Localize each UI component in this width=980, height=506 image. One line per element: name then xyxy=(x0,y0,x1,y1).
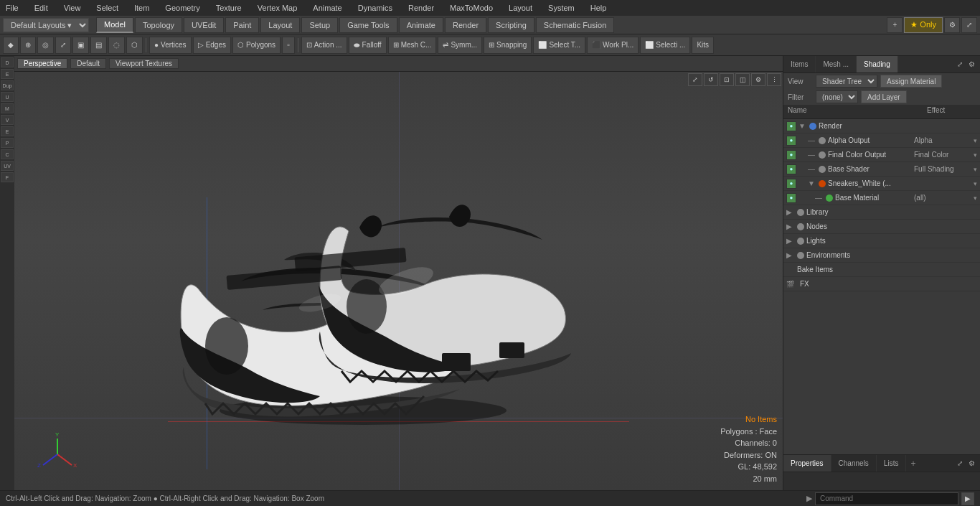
tree-row-base-shader[interactable]: ● — Base Shader Full Shading ▾ xyxy=(783,162,980,177)
tab-model[interactable]: Model xyxy=(96,17,133,33)
filter-dropdown[interactable]: (none) xyxy=(816,90,858,103)
section-fx[interactable]: 🎬 FX xyxy=(783,277,980,291)
sidebar-tool-dup[interactable]: Dup xyxy=(1,80,14,90)
add-tab-button[interactable]: + xyxy=(887,17,903,33)
prop-tab-channels[interactable]: Channels xyxy=(831,455,877,472)
toolbar-shield[interactable]: ⬡ xyxy=(126,37,143,54)
toolbar-mesh-c[interactable]: ⊞ Mesh C... xyxy=(388,37,437,54)
menu-item[interactable]: Item xyxy=(131,2,152,14)
menu-texture[interactable]: Texture xyxy=(213,2,245,14)
tab-layout[interactable]: Layout xyxy=(260,17,300,33)
menu-dynamics[interactable]: Dynamics xyxy=(355,2,395,14)
layout-expand-icon[interactable]: ⤢ xyxy=(961,17,977,33)
menu-file[interactable]: File xyxy=(3,2,22,14)
effect-base-shader-dropdown[interactable]: ▾ xyxy=(974,166,977,173)
tab-render[interactable]: Render xyxy=(445,17,486,33)
menu-maxtomodo[interactable]: MaxToModo xyxy=(447,2,496,14)
effect-sneakers-dropdown[interactable]: ▾ xyxy=(974,180,977,187)
tab-paint[interactable]: Paint xyxy=(225,17,259,33)
effect-alpha-dropdown[interactable]: ▾ xyxy=(974,137,977,144)
rp-expand-icon[interactable]: ⤢ xyxy=(955,60,965,69)
toolbar-circle[interactable]: ◌ xyxy=(108,37,125,54)
menu-render[interactable]: Render xyxy=(405,2,437,14)
viewport-settings-icon[interactable]: ⚙ xyxy=(751,73,765,86)
tree-row-base-material[interactable]: ● — Base Material (all) ▾ xyxy=(783,191,980,205)
tab-setup[interactable]: Setup xyxy=(301,17,338,33)
vis-final-color[interactable]: ● xyxy=(786,150,796,160)
prop-expand-icon[interactable]: ⤢ xyxy=(955,459,965,468)
tree-row-sneakers-white[interactable]: ● ▼ Sneakers_White (... ▾ xyxy=(783,177,980,191)
prop-tab-lists[interactable]: Lists xyxy=(877,455,907,472)
section-lights[interactable]: ▶ Lights xyxy=(783,234,980,248)
section-library[interactable]: ▶ Library xyxy=(783,205,980,220)
vis-render[interactable]: ● xyxy=(786,121,796,131)
toolbar-select-mode[interactable]: ◆ xyxy=(3,37,19,54)
expand-nodes[interactable]: ▶ xyxy=(786,222,795,230)
vis-base-shader[interactable]: ● xyxy=(786,164,796,174)
expand-render[interactable]: ▼ xyxy=(798,122,807,130)
assign-material-button[interactable]: Assign Material xyxy=(880,75,942,88)
rp-settings-icon[interactable]: ⚙ xyxy=(966,60,977,69)
command-go-button[interactable]: ▶ xyxy=(961,492,974,505)
viewport-frame-icon[interactable]: ◫ xyxy=(735,73,750,86)
viewport-reset-icon[interactable]: ↺ xyxy=(704,73,718,86)
tab-game-tools[interactable]: Game Tools xyxy=(339,17,397,33)
layout-dropdown[interactable]: Default Layouts ▾ xyxy=(3,18,89,32)
viewport-menu-icon[interactable]: ⋮ xyxy=(767,73,781,86)
expand-lights[interactable]: ▶ xyxy=(786,237,795,245)
menu-animate[interactable]: Animate xyxy=(310,2,344,14)
rp-tab-items[interactable]: Items xyxy=(783,56,816,72)
tree-row-render[interactable]: ● ▼ Render xyxy=(783,119,980,133)
sidebar-tool-uv[interactable]: UV xyxy=(1,161,14,171)
menu-select[interactable]: Select xyxy=(93,2,121,14)
menu-system[interactable]: System xyxy=(545,2,578,14)
toolbar-lasso[interactable]: ◎ xyxy=(37,37,54,54)
prop-tab-add[interactable]: + xyxy=(906,457,920,470)
prop-settings-icon[interactable]: ⚙ xyxy=(966,459,977,468)
expand-sneakers-white[interactable]: ▼ xyxy=(808,179,816,187)
viewport-tab-textures[interactable]: Viewport Textures xyxy=(109,58,179,69)
rp-tab-shading[interactable]: Shading xyxy=(857,56,898,72)
section-nodes[interactable]: ▶ Nodes xyxy=(783,220,980,234)
toolbar-falloff[interactable]: ⬬ Falloff xyxy=(349,37,387,54)
tree-row-alpha-output[interactable]: ● — Alpha Output Alpha ▾ xyxy=(783,133,980,148)
toolbar-polygons[interactable]: ⬡ Polygons xyxy=(232,37,281,54)
sidebar-tool-mesh[interactable]: M xyxy=(1,103,14,113)
expand-library[interactable]: ▶ xyxy=(786,208,795,216)
tab-animate[interactable]: Animate xyxy=(399,17,443,33)
prop-tab-properties[interactable]: Properties xyxy=(783,455,831,472)
vis-alpha[interactable]: ● xyxy=(786,136,796,146)
menu-view[interactable]: View xyxy=(61,2,84,14)
view-dropdown[interactable]: Shader Tree xyxy=(816,75,877,88)
toolbar-edges[interactable]: ▷ Edges xyxy=(193,37,231,54)
tree-row-final-color[interactable]: ● — Final Color Output Final Color ▾ xyxy=(783,148,980,162)
section-environments[interactable]: ▶ Environments xyxy=(783,248,980,263)
rp-tab-mesh[interactable]: Mesh ... xyxy=(816,56,857,72)
toolbar-symm[interactable]: ⇌ Symm... xyxy=(438,37,482,54)
toolbar-snapping[interactable]: ⊞ Snapping xyxy=(484,37,532,54)
effect-final-color-dropdown[interactable]: ▾ xyxy=(974,151,977,159)
tab-schematic-fusion[interactable]: Schematic Fusion xyxy=(536,17,614,33)
toolbar-work-pl[interactable]: ⬛ Work Pl... xyxy=(587,37,639,54)
effect-base-material-dropdown[interactable]: ▾ xyxy=(974,195,977,202)
tab-topology[interactable]: Topology xyxy=(135,17,182,33)
section-bake-items[interactable]: Bake Items xyxy=(783,263,980,277)
toolbar-box[interactable]: ▣ xyxy=(72,37,89,54)
viewport-tab-default[interactable]: Default xyxy=(70,58,106,69)
sidebar-tool-1[interactable]: D xyxy=(1,57,14,67)
sidebar-tool-6[interactable]: P xyxy=(1,138,14,148)
viewport-expand-icon[interactable]: ⤢ xyxy=(688,73,702,86)
toolbar-other-mode[interactable]: ▫ xyxy=(282,37,295,54)
add-layer-button[interactable]: Add Layer xyxy=(861,90,907,103)
menu-help[interactable]: Help xyxy=(588,2,610,14)
toolbar-selecti[interactable]: ⬜ Selecti ... xyxy=(640,37,690,54)
vis-sneakers-white[interactable]: ● xyxy=(786,179,796,189)
sidebar-tool-4[interactable]: V xyxy=(1,115,14,125)
toolbar-globe[interactable]: ⊕ xyxy=(20,37,36,54)
sidebar-tool-2[interactable]: E xyxy=(1,69,14,79)
sidebar-tool-f[interactable]: F xyxy=(1,172,14,182)
toolbar-transform[interactable]: ⤢ xyxy=(55,37,71,54)
menu-geometry[interactable]: Geometry xyxy=(162,2,202,14)
viewport-fit-icon[interactable]: ⊡ xyxy=(720,73,734,86)
sidebar-tool-c[interactable]: C xyxy=(1,149,14,159)
